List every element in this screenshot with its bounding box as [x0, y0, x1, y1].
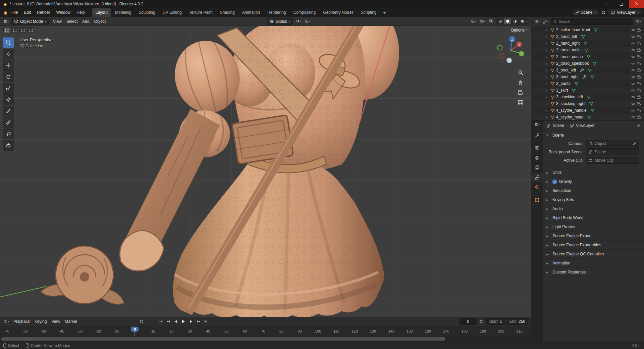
expand-chevron-icon[interactable]: › [545, 34, 549, 39]
disable-render-icon[interactable] [637, 102, 641, 106]
next-frame-button[interactable] [188, 318, 195, 325]
section-keying-sets[interactable]: ▸ Keying Sets [543, 195, 644, 204]
outliner-row[interactable]: › 2_collar_bow_front [531, 27, 644, 33]
disable-render-icon[interactable] [637, 108, 641, 113]
timeline-scrollbar[interactable] [0, 336, 531, 342]
active-clip-field[interactable]: Movie Clip [586, 157, 639, 164]
breadcrumb-viewlayer[interactable]: ViewLayer [576, 123, 595, 128]
filter-funnel-icon[interactable]: ▾ [635, 19, 642, 24]
tab-tool[interactable] [531, 131, 543, 140]
disable-render-icon[interactable] [637, 35, 641, 39]
tab-scene[interactable] [531, 173, 543, 182]
section-expand-icon[interactable]: ▸ [546, 171, 550, 174]
proportional-edit-icon[interactable]: ▾ [304, 18, 311, 24]
show-gizmo-icon[interactable]: ▾ [470, 18, 477, 24]
tool-transform[interactable] [3, 94, 14, 105]
pan-hand-icon[interactable] [518, 80, 524, 86]
section-expand-icon[interactable]: ▸ [546, 243, 550, 247]
outliner-editor-type-icon[interactable]: ▾ [533, 19, 540, 24]
pin-icon[interactable] [636, 123, 641, 128]
section-animation[interactable]: ▸ Animation [543, 259, 644, 268]
object-name[interactable]: 3_pants [556, 81, 571, 86]
disable-render-icon[interactable] [637, 82, 641, 86]
section-custom-properties[interactable]: ▸ Custom Properties [543, 268, 644, 277]
hide-eye-icon[interactable] [631, 82, 635, 86]
outliner-search[interactable] [551, 18, 633, 25]
workspace-tab-scripting[interactable]: Scripting [357, 8, 380, 17]
blender-menu-icon[interactable] [2, 9, 8, 16]
outliner-row[interactable]: › 3_boot_left [531, 67, 644, 73]
select-mode-intersect-button[interactable] [28, 27, 34, 33]
overlays-icon[interactable]: ▾ [479, 18, 486, 24]
workspace-tab-compositing[interactable]: Compositing [289, 8, 319, 17]
expand-chevron-icon[interactable]: › [545, 28, 549, 32]
tool-move[interactable] [3, 60, 14, 71]
viewport-menu-add[interactable]: Add [80, 18, 92, 25]
current-frame-field[interactable]: 0 [460, 318, 477, 325]
hide-eye-icon[interactable] [631, 48, 635, 52]
breadcrumb-scene[interactable]: Scene [553, 123, 564, 128]
disable-render-icon[interactable] [637, 75, 641, 79]
expand-chevron-icon[interactable]: › [545, 54, 549, 59]
outliner-row[interactable]: › 2_torso_main [531, 47, 644, 53]
menu-edit[interactable]: Edit [21, 8, 34, 16]
outliner-display-mode-icon[interactable]: ▾ [542, 19, 549, 24]
section-expand-icon[interactable]: ▸ [546, 189, 550, 193]
properties-editor-type-icon[interactable]: ▾ [534, 122, 540, 127]
shading-solid-button[interactable] [504, 18, 511, 24]
object-name[interactable]: 4_scythe_handle [556, 108, 587, 113]
section-gravity[interactable]: ▸ Gravity [543, 177, 644, 186]
section-expand-icon[interactable]: ▸ [546, 261, 550, 265]
expand-chevron-icon[interactable]: › [545, 95, 549, 99]
hide-eye-icon[interactable] [631, 88, 635, 93]
preview-range-icon[interactable] [478, 318, 485, 325]
tool-scale[interactable] [3, 83, 14, 94]
section-expand-icon[interactable]: ▸ [546, 180, 550, 184]
section-expand-icon[interactable]: ▸ [546, 270, 550, 274]
object-name[interactable]: 2_hand_left [556, 34, 577, 39]
object-name[interactable]: 2_torso_spellbook [556, 61, 589, 66]
jump-to-end-button[interactable] [203, 318, 209, 325]
editor-type-icon[interactable]: ▾ [2, 18, 9, 24]
object-name[interactable]: 2_collar_bow_front [556, 28, 590, 32]
menu-help[interactable]: Help [73, 8, 88, 16]
section-units[interactable]: ▸ Units [543, 168, 644, 177]
options-dropdown[interactable]: Options▾ [511, 28, 528, 33]
section-audio[interactable]: ▸ Audio [543, 204, 644, 213]
select-mode-subtract-button[interactable] [19, 27, 26, 33]
play-reverse-button[interactable] [172, 318, 179, 325]
model-3d-sculpt[interactable] [0, 26, 531, 317]
zoom-icon[interactable] [518, 69, 524, 76]
section-expand-icon[interactable]: ▸ [546, 216, 550, 220]
timeline-ruler[interactable]: -70-60-50-40-30-20-100102030405060708090… [0, 326, 531, 336]
menu-window[interactable]: Window [53, 8, 73, 16]
expand-chevron-icon[interactable]: › [545, 48, 549, 52]
object-name[interactable]: 3_skirt [556, 88, 568, 93]
section-light-probes[interactable]: ▸ Light Probes [543, 222, 644, 232]
select-mode-extend-button[interactable] [11, 27, 18, 33]
disable-render-icon[interactable] [637, 88, 641, 93]
hide-eye-icon[interactable] [631, 68, 635, 72]
expand-chevron-icon[interactable]: › [545, 101, 549, 106]
camera-view-icon[interactable] [518, 90, 524, 96]
frame-start-field[interactable]: Start 1 [486, 318, 505, 325]
disable-render-icon[interactable] [637, 95, 641, 99]
hide-eye-icon[interactable] [631, 61, 635, 66]
outliner-row[interactable]: › 3_boot_right [531, 73, 644, 80]
tool-extra-tool[interactable] [3, 140, 14, 151]
shading-rendered-button[interactable] [519, 18, 526, 24]
section-expand-icon[interactable]: ▸ [546, 198, 550, 202]
outliner-row[interactable]: › 3_stocking_left [531, 94, 644, 100]
expand-chevron-icon[interactable]: › [545, 81, 549, 86]
expand-chevron-icon[interactable]: › [545, 61, 549, 66]
mode-dropdown[interactable]: Object Mode ▾ [11, 18, 49, 25]
outliner-row[interactable]: › 4_scythe_head [531, 114, 644, 120]
minimize-button[interactable] [599, 0, 614, 8]
viewport-menu-select[interactable]: Select [64, 18, 80, 25]
remove-viewlayer-icon[interactable]: × [637, 10, 639, 14]
shading-material-button[interactable] [512, 18, 519, 24]
outliner-row[interactable]: › 3_stocking_right [531, 100, 644, 107]
tab-output[interactable] [531, 153, 543, 162]
object-name[interactable]: 3_boot_right [556, 74, 579, 79]
section-expand-icon[interactable]: ▸ [546, 225, 550, 229]
